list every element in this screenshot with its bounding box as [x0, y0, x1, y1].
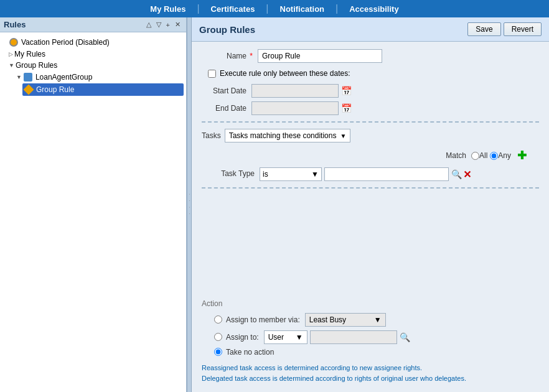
tree-item-loan-agent-group[interactable]: ▼ LoanAgentGroup — [15, 71, 184, 83]
my-rules-label: My Rules — [14, 50, 45, 58]
tasks-label: Tasks — [202, 131, 221, 140]
task-type-delete-icon[interactable]: ✕ — [463, 169, 471, 180]
sort-asc-button[interactable]: △ — [144, 20, 153, 29]
least-busy-dropdown[interactable]: Least Busy ▼ — [305, 313, 386, 327]
action-section: Action Assign to member via: Least Busy … — [192, 294, 549, 392]
loan-agent-group-label: LoanAgentGroup — [35, 73, 92, 82]
tree-item-group-rule[interactable]: Group Rule — [22, 83, 184, 96]
is-dropdown[interactable]: is ▼ — [260, 167, 322, 181]
add-rule-button[interactable]: + — [164, 21, 172, 29]
match-row: Match All Any ✚ — [202, 150, 539, 161]
separator-2 — [202, 187, 539, 189]
assign-to-row: Assign to: User ▼ 🔍 — [214, 330, 539, 344]
name-label: Name * — [202, 52, 258, 60]
info-text-line-2: Delegated task access is determined acco… — [202, 373, 539, 385]
group-rule-label: Group Rule — [36, 85, 74, 94]
is-value: is — [263, 170, 268, 179]
assign-to-input[interactable] — [310, 330, 397, 344]
match-any-radio[interactable] — [490, 152, 498, 160]
start-date-input[interactable] — [251, 84, 339, 98]
start-date-row: Start Date 📅 — [208, 84, 539, 98]
save-button[interactable]: Save — [467, 22, 500, 36]
right-content: Name * Execute rule only between these d… — [192, 42, 549, 294]
nav-notification[interactable]: Notification — [269, 4, 336, 14]
rules-toolbar: △ ▽ + ✕ — [144, 20, 182, 29]
panel-splitter[interactable]: · · · · — [187, 17, 192, 392]
required-star: * — [248, 52, 253, 60]
assign-member-radio[interactable] — [214, 315, 222, 324]
action-label: Action — [202, 299, 539, 308]
rules-header: Rules △ ▽ + ✕ — [0, 17, 186, 32]
task-type-search-icon[interactable]: 🔍 — [451, 169, 462, 179]
left-panel: Rules △ ▽ + ✕ Vacation Period (Disabled)… — [0, 17, 187, 392]
tasks-row: Tasks Tasks matching these conditions ▼ — [202, 129, 539, 142]
delete-rule-button[interactable]: ✕ — [173, 20, 182, 29]
tasks-dropdown-arrow-icon: ▼ — [340, 133, 346, 139]
match-all-radio[interactable] — [471, 152, 479, 160]
rule-icon — [24, 85, 34, 95]
info-text: Reassigned task access is determined acc… — [202, 363, 539, 385]
user-value: User — [268, 333, 284, 342]
vacation-icon — [9, 37, 19, 47]
vacation-label: Vacation Period (Disabled) — [21, 38, 110, 47]
end-date-row: End Date 📅 — [208, 101, 539, 115]
tree-area: Vacation Period (Disabled) ▷ My Rules ▼ … — [0, 32, 186, 392]
right-panel-header: Group Rules Save Revert — [192, 17, 549, 42]
least-busy-value: Least Busy — [309, 315, 346, 324]
expand-loan-icon[interactable]: ▼ — [16, 74, 22, 80]
rules-panel-title: Rules — [4, 20, 26, 29]
end-date-label: End Date — [208, 104, 251, 113]
separator-1 — [202, 121, 539, 123]
take-no-action-label: Take no action — [226, 348, 274, 357]
action-options: Assign to member via: Least Busy ▼ Assig… — [214, 313, 539, 357]
least-busy-arrow-icon: ▼ — [374, 315, 382, 324]
name-input[interactable] — [258, 49, 382, 63]
task-type-row: Task Type is ▼ 🔍 ✕ — [220, 167, 539, 181]
nav-certificates[interactable]: Certificates — [200, 4, 266, 14]
take-no-action-radio[interactable] — [214, 348, 222, 356]
nav-accessibility[interactable]: Accessibility — [338, 4, 410, 14]
assign-to-radio[interactable] — [214, 333, 222, 341]
tasks-dropdown[interactable]: Tasks matching these conditions ▼ — [225, 129, 351, 142]
sort-desc-button[interactable]: ▽ — [154, 20, 163, 29]
assign-member-label: Assign to member via: — [226, 315, 300, 324]
all-label: All — [479, 151, 487, 160]
header-buttons: Save Revert — [467, 22, 542, 36]
is-dropdown-arrow-icon: ▼ — [311, 170, 319, 179]
execute-rule-checkbox[interactable] — [208, 70, 216, 78]
right-panel: Group Rules Save Revert Name * Execute r… — [192, 17, 549, 392]
start-date-label: Start Date — [208, 86, 251, 95]
group-icon — [23, 72, 33, 82]
end-date-input[interactable] — [251, 101, 339, 115]
tree-item-vacation[interactable]: Vacation Period (Disabled) — [7, 36, 184, 49]
task-type-label: Task Type — [220, 169, 255, 179]
name-row: Name * — [202, 49, 539, 63]
user-dropdown-arrow-icon: ▼ — [296, 333, 303, 342]
info-text-line-1: Reassigned task access is determined acc… — [202, 363, 539, 374]
expand-icon[interactable]: ▷ — [9, 51, 13, 57]
start-date-calendar-icon[interactable]: 📅 — [341, 86, 352, 96]
match-label: Match — [446, 151, 466, 160]
nav-my-rules[interactable]: My Rules — [139, 4, 197, 14]
any-label: Any — [498, 151, 511, 160]
tree-item-group-rules[interactable]: ▼ Group Rules — [7, 60, 184, 71]
execute-rule-label: Execute rule only between these dates: — [220, 69, 350, 78]
execute-rule-row: Execute rule only between these dates: — [208, 69, 539, 78]
tree-item-my-rules[interactable]: ▷ My Rules — [7, 49, 184, 60]
assign-member-row: Assign to member via: Least Busy ▼ — [214, 313, 539, 327]
task-type-input[interactable] — [324, 167, 449, 181]
revert-button[interactable]: Revert — [504, 22, 542, 36]
tasks-dropdown-value: Tasks matching these conditions — [229, 131, 337, 140]
user-dropdown[interactable]: User ▼ — [264, 330, 307, 344]
top-nav-bar: My Rules | Certificates | Notification |… — [0, 0, 549, 17]
assign-to-label: Assign to: — [226, 333, 259, 342]
end-date-calendar-icon[interactable]: 📅 — [341, 103, 352, 113]
right-panel-title: Group Rules — [199, 24, 255, 35]
take-no-action-row: Take no action — [214, 348, 539, 357]
group-rules-label: Group Rules — [16, 61, 57, 70]
add-condition-button[interactable]: ✚ — [517, 150, 527, 161]
collapse-icon[interactable]: ▼ — [9, 62, 14, 68]
assign-search-icon[interactable]: 🔍 — [400, 332, 410, 342]
